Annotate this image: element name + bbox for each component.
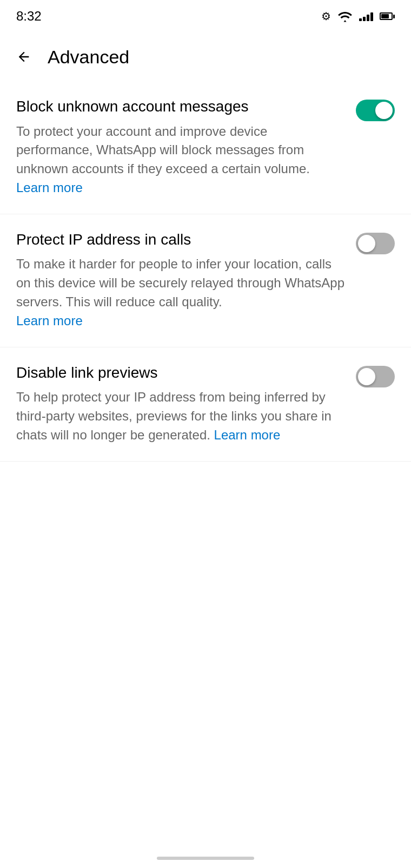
setting-block-unknown-title: Block unknown account messages <box>16 97 345 116</box>
home-indicator <box>157 857 254 860</box>
status-icons: ⚙ <box>321 10 395 23</box>
setting-disable-link-previews-title: Disable link previews <box>16 364 345 382</box>
toggle-protect-ip-container <box>356 231 395 254</box>
setting-disable-link-previews: Disable link previews To help protect yo… <box>0 347 411 462</box>
setting-protect-ip: Protect IP address in calls To make it h… <box>0 214 411 347</box>
toggle-block-unknown-container <box>356 97 395 121</box>
toggle-protect-ip[interactable] <box>356 233 395 254</box>
setting-protect-ip-description: To make it harder for people to infer yo… <box>16 255 345 330</box>
setting-block-unknown: Block unknown account messages To protec… <box>0 81 411 214</box>
setting-protect-ip-title: Protect IP address in calls <box>16 231 345 249</box>
status-time: 8:32 <box>16 9 42 24</box>
setting-disable-link-previews-text: Disable link previews To help protect yo… <box>16 364 345 445</box>
learn-more-link-protect-ip[interactable]: Learn more <box>16 313 83 328</box>
setting-protect-ip-text: Protect IP address in calls To make it h… <box>16 231 345 331</box>
battery-icon <box>380 12 395 20</box>
toggle-disable-link-previews-container <box>356 364 395 387</box>
toggle-block-unknown[interactable] <box>356 100 395 121</box>
settings-icon: ⚙ <box>321 10 331 23</box>
wifi-icon <box>337 10 353 22</box>
setting-block-unknown-description: To protect your account and improve devi… <box>16 122 345 198</box>
toggle-disable-link-previews[interactable] <box>356 366 395 387</box>
status-bar: 8:32 ⚙ <box>0 0 411 32</box>
setting-block-unknown-text: Block unknown account messages To protec… <box>16 97 345 198</box>
back-button[interactable] <box>11 44 37 70</box>
signal-strength-icon <box>359 11 373 21</box>
learn-more-link-block-unknown[interactable]: Learn more <box>16 180 83 195</box>
setting-disable-link-previews-description: To help protect your IP address from bei… <box>16 388 345 444</box>
app-bar: Advanced <box>0 32 411 81</box>
page-title: Advanced <box>48 47 129 68</box>
settings-content: Block unknown account messages To protec… <box>0 81 411 462</box>
learn-more-link-disable-previews[interactable]: Learn more <box>214 428 281 442</box>
